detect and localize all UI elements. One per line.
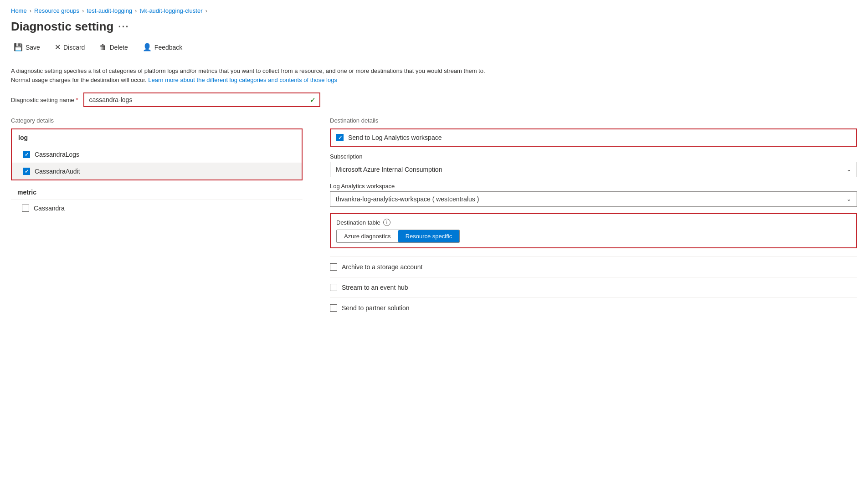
discard-icon: ✕ <box>55 43 61 51</box>
subscription-value: Microsoft Azure Internal Consumption <box>336 166 442 173</box>
metric-section: metric Cassandra <box>11 185 303 216</box>
toolbar: 💾 Save ✕ Discard 🗑 Delete 👤 Feedback <box>11 41 857 59</box>
azure-diagnostics-option[interactable]: Azure diagnostics <box>337 230 398 242</box>
delete-button[interactable]: 🗑 Delete <box>97 41 130 53</box>
setting-name-input-wrap: ✓ <box>83 92 320 107</box>
destination-table-radio-group: Azure diagnostics Resource specific <box>336 230 460 243</box>
log-analytics-workspace-chevron-icon: ⌄ <box>847 196 851 202</box>
archive-storage-label: Archive to a storage account <box>342 263 422 271</box>
archive-storage-row: Archive to a storage account <box>330 256 857 277</box>
cassandra-audit-checkbox[interactable] <box>23 168 30 175</box>
cassandra-metric-item: Cassandra <box>11 200 303 216</box>
stream-event-hub-label: Stream to an event hub <box>342 284 408 291</box>
destination-details-section: Destination details Send to Log Analytic… <box>330 117 857 318</box>
destination-table-label: Destination table i <box>336 219 851 226</box>
destination-table-info-icon[interactable]: i <box>383 219 390 226</box>
setting-name-row: Diagnostic setting name * ✓ <box>11 92 857 107</box>
delete-label: Delete <box>109 44 128 51</box>
stream-event-hub-row: Stream to an event hub <box>330 277 857 297</box>
cassandra-metric-checkbox[interactable] <box>22 205 29 212</box>
log-analytics-workspace-label: Log Analytics workspace <box>330 183 857 190</box>
feedback-icon: 👤 <box>143 43 152 51</box>
send-log-analytics-row: Send to Log Analytics workspace <box>330 128 857 147</box>
feedback-label: Feedback <box>154 44 182 51</box>
subscription-chevron-icon: ⌄ <box>847 166 851 173</box>
send-log-analytics-label: Send to Log Analytics workspace <box>348 134 442 141</box>
send-log-analytics-checkbox[interactable] <box>336 134 344 141</box>
log-analytics-workspace-dropdown[interactable]: thvankra-log-analytics-workspace ( westc… <box>330 191 857 207</box>
delete-icon: 🗑 <box>99 43 107 51</box>
breadcrumb-resource-groups[interactable]: Resource groups <box>34 7 79 14</box>
cassandra-audit-item: CassandraAudit <box>12 163 302 180</box>
stream-event-hub-checkbox[interactable] <box>330 284 337 291</box>
subscription-dropdown[interactable]: Microsoft Azure Internal Consumption ⌄ <box>330 162 857 177</box>
cassandra-logs-label: CassandraLogs <box>35 151 79 158</box>
archive-storage-checkbox[interactable] <box>330 263 337 271</box>
breadcrumb-home[interactable]: Home <box>11 7 27 14</box>
resource-specific-option[interactable]: Resource specific <box>398 230 460 242</box>
breadcrumb-cluster[interactable]: tvk-audit-logging-cluster <box>139 7 202 14</box>
destination-table-box: Destination table i Azure diagnostics Re… <box>330 213 857 248</box>
learn-more-link[interactable]: Learn more about the different log categ… <box>148 77 337 83</box>
log-group-header: log <box>12 129 302 146</box>
send-partner-checkbox[interactable] <box>330 304 337 312</box>
discard-label: Discard <box>63 44 85 51</box>
send-partner-row: Send to partner solution <box>330 297 857 318</box>
breadcrumb-test-audit-logging[interactable]: test-audit-logging <box>87 7 132 14</box>
feedback-button[interactable]: 👤 Feedback <box>140 41 185 53</box>
main-content: Category details log CassandraLogs Cassa… <box>11 117 857 318</box>
discard-button[interactable]: ✕ Discard <box>52 41 87 53</box>
required-marker: * <box>76 97 78 103</box>
cassandra-logs-checkbox[interactable] <box>23 151 30 158</box>
send-partner-label: Send to partner solution <box>342 304 410 312</box>
input-valid-icon: ✓ <box>310 96 319 104</box>
log-category-box: log CassandraLogs CassandraAudit <box>11 128 303 180</box>
more-options-icon[interactable]: ··· <box>118 21 129 33</box>
breadcrumb: Home › Resource groups › test-audit-logg… <box>11 7 857 14</box>
category-details-section: Category details log CassandraLogs Cassa… <box>11 117 303 216</box>
category-details-label: Category details <box>11 117 303 124</box>
save-icon: 💾 <box>14 43 23 51</box>
cassandra-audit-label: CassandraAudit <box>35 168 80 175</box>
subscription-label: Subscription <box>330 153 857 160</box>
metric-header: metric <box>11 185 303 200</box>
page-title: Diagnostic setting <box>11 20 113 34</box>
description: A diagnostic setting specifies a list of… <box>11 67 489 84</box>
save-button[interactable]: 💾 Save <box>11 41 43 53</box>
destination-details-label: Destination details <box>330 117 857 124</box>
page-title-row: Diagnostic setting ··· <box>11 20 857 34</box>
cassandra-logs-item: CassandraLogs <box>12 146 302 163</box>
cassandra-metric-label: Cassandra <box>34 205 65 212</box>
setting-name-input[interactable] <box>84 93 310 106</box>
save-label: Save <box>26 44 40 51</box>
setting-name-label: Diagnostic setting name * <box>11 97 78 103</box>
log-analytics-workspace-value: thvankra-log-analytics-workspace ( westc… <box>336 195 479 203</box>
